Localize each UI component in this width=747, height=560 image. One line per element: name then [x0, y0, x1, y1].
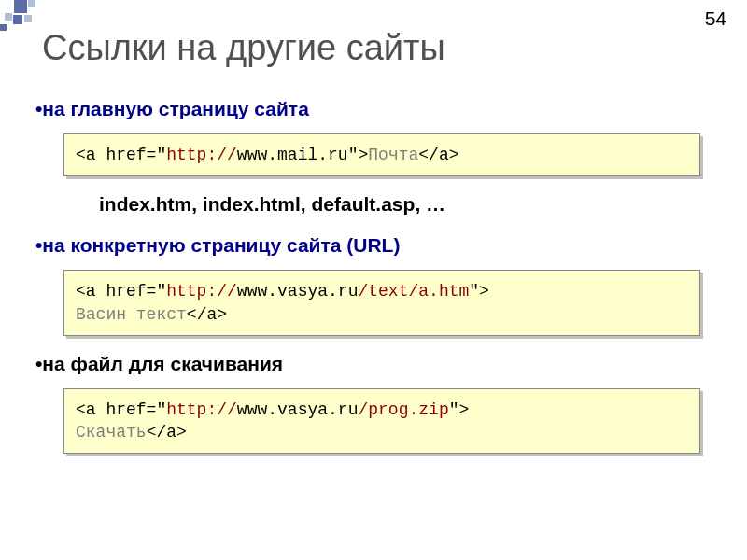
code-text: </a> [418, 146, 458, 164]
code-example-3: <a href="http://www.vasya.ru/prog.zip">С… [63, 388, 700, 455]
page-number: 54 [705, 7, 726, 30]
code-text: "> [469, 282, 489, 301]
code-text: <a href=" [76, 282, 166, 301]
code-host: www.vasya.ru [237, 400, 359, 419]
code-scheme: http:// [166, 400, 237, 419]
code-scheme: http:// [166, 282, 237, 301]
code-scheme: http:// [166, 146, 237, 164]
index-files-line: index.htm, index.html, default.asp, … [99, 193, 728, 216]
corner-decoration [0, 0, 47, 37]
bullet-main-page: •на главную страницу сайта [35, 98, 728, 120]
code-text: </a> [147, 423, 187, 441]
code-text: <a href=" [76, 400, 166, 419]
slide-content: •на главную страницу сайта <a href="http… [35, 98, 728, 470]
bullet-download-file: •на файл для скачивания [35, 353, 728, 375]
code-linktext: Почта [368, 146, 418, 164]
code-linktext: Скачать [76, 423, 147, 441]
bullet-specific-page: •на конкретную страницу сайта (URL) [35, 234, 728, 257]
code-text: "> [449, 400, 470, 419]
code-host: www.vasya.ru [237, 282, 359, 301]
code-path: /prog.zip [358, 400, 448, 419]
code-path: /text/a.htm [358, 282, 469, 301]
slide-title: Ссылки на другие сайты [42, 28, 445, 68]
code-host: www.mail.ru [237, 146, 348, 164]
code-example-1: <a href="http://www.mail.ru">Почта</a> [63, 133, 700, 176]
code-text: <a href=" [76, 146, 166, 164]
code-text: "> [348, 146, 369, 164]
code-example-2: <a href="http://www.vasya.ru/text/a.htm"… [63, 270, 700, 336]
code-text: </a> [187, 305, 227, 324]
code-linktext: Васин текст [76, 305, 187, 324]
